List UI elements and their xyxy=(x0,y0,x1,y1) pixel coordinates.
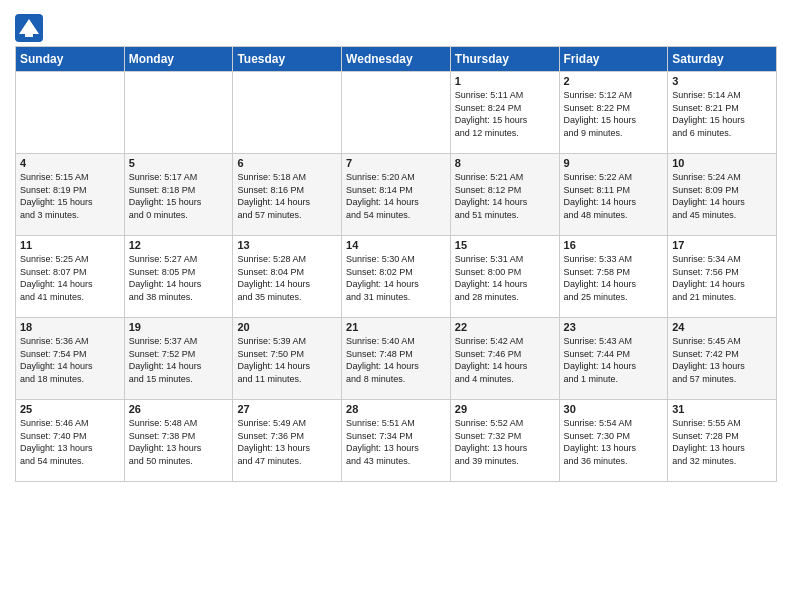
day-cell: 26Sunrise: 5:48 AM Sunset: 7:38 PM Dayli… xyxy=(124,400,233,482)
day-cell: 1Sunrise: 5:11 AM Sunset: 8:24 PM Daylig… xyxy=(450,72,559,154)
day-number: 29 xyxy=(455,403,555,415)
week-row-1: 1Sunrise: 5:11 AM Sunset: 8:24 PM Daylig… xyxy=(16,72,777,154)
day-number: 14 xyxy=(346,239,446,251)
day-cell: 16Sunrise: 5:33 AM Sunset: 7:58 PM Dayli… xyxy=(559,236,668,318)
day-cell: 18Sunrise: 5:36 AM Sunset: 7:54 PM Dayli… xyxy=(16,318,125,400)
day-cell: 24Sunrise: 5:45 AM Sunset: 7:42 PM Dayli… xyxy=(668,318,777,400)
day-info: Sunrise: 5:49 AM Sunset: 7:36 PM Dayligh… xyxy=(237,418,310,466)
day-number: 1 xyxy=(455,75,555,87)
day-info: Sunrise: 5:12 AM Sunset: 8:22 PM Dayligh… xyxy=(564,90,637,138)
col-header-wednesday: Wednesday xyxy=(342,47,451,72)
day-info: Sunrise: 5:34 AM Sunset: 7:56 PM Dayligh… xyxy=(672,254,745,302)
day-number: 11 xyxy=(20,239,120,251)
day-cell xyxy=(16,72,125,154)
col-header-friday: Friday xyxy=(559,47,668,72)
day-cell xyxy=(124,72,233,154)
day-number: 10 xyxy=(672,157,772,169)
day-cell: 27Sunrise: 5:49 AM Sunset: 7:36 PM Dayli… xyxy=(233,400,342,482)
day-number: 15 xyxy=(455,239,555,251)
day-number: 27 xyxy=(237,403,337,415)
day-cell: 7Sunrise: 5:20 AM Sunset: 8:14 PM Daylig… xyxy=(342,154,451,236)
calendar-container: SundayMondayTuesdayWednesdayThursdayFrid… xyxy=(0,0,792,490)
day-cell: 22Sunrise: 5:42 AM Sunset: 7:46 PM Dayli… xyxy=(450,318,559,400)
day-info: Sunrise: 5:40 AM Sunset: 7:48 PM Dayligh… xyxy=(346,336,419,384)
col-header-saturday: Saturday xyxy=(668,47,777,72)
day-cell: 31Sunrise: 5:55 AM Sunset: 7:28 PM Dayli… xyxy=(668,400,777,482)
day-cell: 2Sunrise: 5:12 AM Sunset: 8:22 PM Daylig… xyxy=(559,72,668,154)
day-number: 9 xyxy=(564,157,664,169)
svg-rect-2 xyxy=(25,30,33,37)
day-info: Sunrise: 5:51 AM Sunset: 7:34 PM Dayligh… xyxy=(346,418,419,466)
week-row-3: 11Sunrise: 5:25 AM Sunset: 8:07 PM Dayli… xyxy=(16,236,777,318)
day-number: 19 xyxy=(129,321,229,333)
logo xyxy=(15,14,46,42)
day-number: 20 xyxy=(237,321,337,333)
day-number: 23 xyxy=(564,321,664,333)
day-cell: 11Sunrise: 5:25 AM Sunset: 8:07 PM Dayli… xyxy=(16,236,125,318)
day-cell xyxy=(342,72,451,154)
day-info: Sunrise: 5:52 AM Sunset: 7:32 PM Dayligh… xyxy=(455,418,528,466)
day-cell: 23Sunrise: 5:43 AM Sunset: 7:44 PM Dayli… xyxy=(559,318,668,400)
calendar-table: SundayMondayTuesdayWednesdayThursdayFrid… xyxy=(15,46,777,482)
day-cell: 12Sunrise: 5:27 AM Sunset: 8:05 PM Dayli… xyxy=(124,236,233,318)
day-number: 21 xyxy=(346,321,446,333)
header xyxy=(15,10,777,42)
day-info: Sunrise: 5:11 AM Sunset: 8:24 PM Dayligh… xyxy=(455,90,528,138)
day-number: 24 xyxy=(672,321,772,333)
day-number: 7 xyxy=(346,157,446,169)
day-cell: 3Sunrise: 5:14 AM Sunset: 8:21 PM Daylig… xyxy=(668,72,777,154)
col-header-thursday: Thursday xyxy=(450,47,559,72)
day-number: 16 xyxy=(564,239,664,251)
day-info: Sunrise: 5:54 AM Sunset: 7:30 PM Dayligh… xyxy=(564,418,637,466)
day-number: 4 xyxy=(20,157,120,169)
day-number: 17 xyxy=(672,239,772,251)
day-cell: 14Sunrise: 5:30 AM Sunset: 8:02 PM Dayli… xyxy=(342,236,451,318)
day-info: Sunrise: 5:25 AM Sunset: 8:07 PM Dayligh… xyxy=(20,254,93,302)
day-info: Sunrise: 5:45 AM Sunset: 7:42 PM Dayligh… xyxy=(672,336,745,384)
day-info: Sunrise: 5:36 AM Sunset: 7:54 PM Dayligh… xyxy=(20,336,93,384)
logo-icon xyxy=(15,14,43,42)
day-cell: 6Sunrise: 5:18 AM Sunset: 8:16 PM Daylig… xyxy=(233,154,342,236)
day-cell: 10Sunrise: 5:24 AM Sunset: 8:09 PM Dayli… xyxy=(668,154,777,236)
day-cell: 9Sunrise: 5:22 AM Sunset: 8:11 PM Daylig… xyxy=(559,154,668,236)
day-number: 12 xyxy=(129,239,229,251)
day-info: Sunrise: 5:17 AM Sunset: 8:18 PM Dayligh… xyxy=(129,172,202,220)
day-number: 6 xyxy=(237,157,337,169)
day-number: 28 xyxy=(346,403,446,415)
day-info: Sunrise: 5:31 AM Sunset: 8:00 PM Dayligh… xyxy=(455,254,528,302)
day-number: 3 xyxy=(672,75,772,87)
day-info: Sunrise: 5:46 AM Sunset: 7:40 PM Dayligh… xyxy=(20,418,93,466)
day-cell: 20Sunrise: 5:39 AM Sunset: 7:50 PM Dayli… xyxy=(233,318,342,400)
day-info: Sunrise: 5:24 AM Sunset: 8:09 PM Dayligh… xyxy=(672,172,745,220)
day-info: Sunrise: 5:37 AM Sunset: 7:52 PM Dayligh… xyxy=(129,336,202,384)
header-row: SundayMondayTuesdayWednesdayThursdayFrid… xyxy=(16,47,777,72)
day-info: Sunrise: 5:39 AM Sunset: 7:50 PM Dayligh… xyxy=(237,336,310,384)
day-cell: 5Sunrise: 5:17 AM Sunset: 8:18 PM Daylig… xyxy=(124,154,233,236)
day-cell xyxy=(233,72,342,154)
day-cell: 21Sunrise: 5:40 AM Sunset: 7:48 PM Dayli… xyxy=(342,318,451,400)
col-header-sunday: Sunday xyxy=(16,47,125,72)
day-info: Sunrise: 5:14 AM Sunset: 8:21 PM Dayligh… xyxy=(672,90,745,138)
day-info: Sunrise: 5:30 AM Sunset: 8:02 PM Dayligh… xyxy=(346,254,419,302)
day-number: 18 xyxy=(20,321,120,333)
day-number: 8 xyxy=(455,157,555,169)
day-cell: 13Sunrise: 5:28 AM Sunset: 8:04 PM Dayli… xyxy=(233,236,342,318)
week-row-2: 4Sunrise: 5:15 AM Sunset: 8:19 PM Daylig… xyxy=(16,154,777,236)
day-cell: 4Sunrise: 5:15 AM Sunset: 8:19 PM Daylig… xyxy=(16,154,125,236)
col-header-tuesday: Tuesday xyxy=(233,47,342,72)
day-info: Sunrise: 5:42 AM Sunset: 7:46 PM Dayligh… xyxy=(455,336,528,384)
day-info: Sunrise: 5:21 AM Sunset: 8:12 PM Dayligh… xyxy=(455,172,528,220)
day-number: 5 xyxy=(129,157,229,169)
day-cell: 15Sunrise: 5:31 AM Sunset: 8:00 PM Dayli… xyxy=(450,236,559,318)
day-number: 2 xyxy=(564,75,664,87)
col-header-monday: Monday xyxy=(124,47,233,72)
week-row-4: 18Sunrise: 5:36 AM Sunset: 7:54 PM Dayli… xyxy=(16,318,777,400)
day-info: Sunrise: 5:55 AM Sunset: 7:28 PM Dayligh… xyxy=(672,418,745,466)
week-row-5: 25Sunrise: 5:46 AM Sunset: 7:40 PM Dayli… xyxy=(16,400,777,482)
day-cell: 28Sunrise: 5:51 AM Sunset: 7:34 PM Dayli… xyxy=(342,400,451,482)
day-cell: 17Sunrise: 5:34 AM Sunset: 7:56 PM Dayli… xyxy=(668,236,777,318)
day-info: Sunrise: 5:20 AM Sunset: 8:14 PM Dayligh… xyxy=(346,172,419,220)
day-cell: 30Sunrise: 5:54 AM Sunset: 7:30 PM Dayli… xyxy=(559,400,668,482)
day-info: Sunrise: 5:22 AM Sunset: 8:11 PM Dayligh… xyxy=(564,172,637,220)
day-cell: 8Sunrise: 5:21 AM Sunset: 8:12 PM Daylig… xyxy=(450,154,559,236)
